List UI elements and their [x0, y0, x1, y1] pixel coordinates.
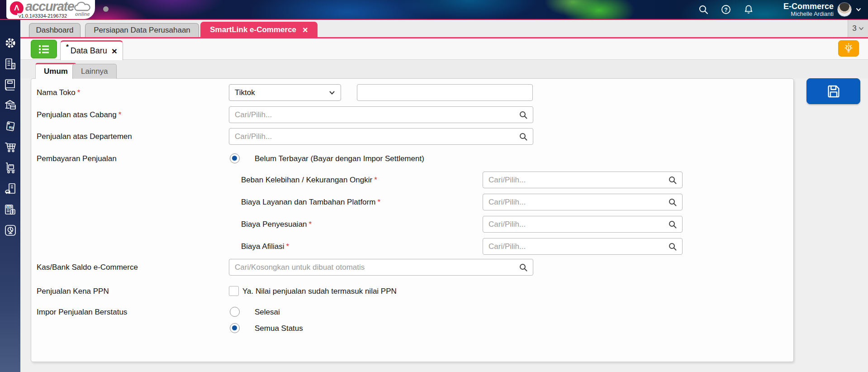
chevron-down-icon: [859, 26, 864, 31]
form-panel: Nama Toko* Tiktok Penjualan atas Cabang*…: [31, 78, 794, 362]
accent-divider: [20, 37, 868, 38]
field-label-impor-status: Impor Penjualan Berstatus: [37, 308, 127, 317]
search-icon[interactable]: [668, 242, 677, 251]
tab-lainnya[interactable]: Lainnya: [72, 64, 117, 79]
cabang-search-input[interactable]: [229, 106, 533, 123]
tab-umum[interactable]: Umum: [35, 63, 76, 79]
settings-icon[interactable]: [4, 36, 17, 50]
doc-tab-data-baru[interactable]: * Data Baru ×: [60, 40, 123, 60]
field-label-biaya-penyesuaian: Biaya Penyesuaian*: [241, 220, 312, 229]
ppn-checkbox[interactable]: [229, 286, 239, 296]
tab-label: Umum: [44, 67, 68, 76]
document-bar: * Data Baru ×: [20, 38, 868, 60]
search-icon[interactable]: [519, 110, 528, 119]
search-icon[interactable]: [668, 176, 677, 185]
close-icon[interactable]: ×: [303, 25, 308, 34]
currency-rp-icon[interactable]: Rp: [4, 119, 17, 133]
fixed-assets-icon[interactable]: [4, 182, 17, 196]
required-mark: *: [77, 88, 81, 97]
biaya-penyesuaian-search-input[interactable]: [483, 216, 683, 233]
field-label-ppn: Penjualan Kena PPN: [37, 287, 109, 296]
save-button[interactable]: [806, 78, 860, 104]
sales-cart-icon[interactable]: [4, 140, 17, 154]
beban-ongkir-search-input[interactable]: [483, 172, 683, 188]
list-view-button[interactable]: [31, 40, 57, 58]
app-window: Λ accurate online v1.0.1#3334-2196732 ? …: [0, 0, 868, 372]
banking-icon[interactable]: [4, 99, 17, 112]
radio-label: Selesai: [255, 308, 280, 317]
brand-wordmark: accurate: [25, 0, 74, 14]
field-label-nama-toko: Nama Toko*: [37, 88, 80, 97]
field-label-biaya-layanan: Biaya Layanan dan Tambahan Platform*: [241, 198, 380, 207]
workspace-name: E-Commerce: [783, 2, 834, 11]
field-label-kas-bank: Kas/Bank Saldo e-Commerce: [37, 263, 138, 272]
svg-text:TAX: TAX: [7, 206, 11, 208]
required-mark: *: [119, 110, 122, 119]
required-mark: *: [374, 176, 377, 184]
company-icon[interactable]: [4, 57, 17, 71]
nama-toko-platform-select[interactable]: Tiktok: [229, 84, 341, 101]
tab-label: Dashboard: [36, 26, 73, 35]
form-tab-strip: Umum Lainnya: [20, 60, 868, 78]
tab-label: Lainnya: [81, 67, 108, 76]
app-version: v1.0.1#3334-2196732: [17, 13, 68, 19]
inventory-trolley-icon[interactable]: [4, 161, 17, 175]
search-icon[interactable]: [668, 220, 677, 229]
tab-label: SmartLink e-Commerce: [210, 25, 296, 34]
save-icon: [826, 84, 841, 99]
hint-button[interactable]: [838, 40, 859, 57]
window-tab-bar: Dashboard Persiapan Data Perusahaan Smar…: [20, 20, 868, 37]
radio-label: Belum Terbayar (Bayar dengan Impor Settl…: [255, 154, 424, 163]
avatar[interactable]: [837, 2, 852, 17]
search-icon[interactable]: [519, 132, 528, 141]
nama-toko-input[interactable]: [357, 84, 533, 101]
tax-icon[interactable]: TAX: [4, 203, 17, 216]
departemen-search-input[interactable]: [229, 128, 533, 145]
field-label-departemen: Penjualan atas Departemen: [37, 132, 132, 141]
tab-persiapan-data-perusahaan[interactable]: Persiapan Data Perusahaan: [85, 23, 199, 37]
field-label-cabang: Penjualan atas Cabang*: [37, 110, 121, 119]
radio-semua-status[interactable]: [230, 323, 240, 333]
unsaved-marker: *: [66, 43, 69, 50]
biaya-afiliasi-search-input[interactable]: [483, 238, 683, 255]
tab-dashboard[interactable]: Dashboard: [29, 23, 81, 37]
close-icon[interactable]: ×: [112, 46, 117, 56]
svg-text:Rp: Rp: [9, 125, 14, 129]
help-icon[interactable]: ?: [720, 4, 732, 15]
tab-label: Persiapan Data Perusahaan: [94, 26, 190, 35]
list-icon: [38, 44, 50, 54]
notifications-icon[interactable]: [743, 4, 754, 15]
ledger-book-icon[interactable]: [4, 78, 17, 91]
field-label-biaya-afiliasi: Biaya Afiliasi*: [241, 242, 289, 251]
search-icon[interactable]: [519, 263, 528, 272]
required-mark: *: [377, 198, 380, 206]
tab-smartlink-ecommerce[interactable]: SmartLink e-Commerce ×: [200, 22, 318, 37]
reports-icon[interactable]: [4, 224, 17, 237]
svg-text:?: ?: [724, 7, 727, 13]
tab-count: 3: [852, 24, 856, 33]
search-icon[interactable]: [697, 4, 709, 15]
radio-selesai[interactable]: [230, 307, 240, 317]
field-label-beban-ongkir: Beban Kelebihan / Kekurangan Ongkir*: [241, 176, 377, 185]
top-banner: Λ accurate online v1.0.1#3334-2196732 ? …: [0, 0, 868, 20]
selected-platform: Tiktok: [235, 88, 255, 97]
sidebar-nav: Rp TAX: [0, 20, 20, 372]
biaya-layanan-search-input[interactable]: [483, 194, 683, 210]
brand-suffix: online: [75, 11, 90, 17]
required-mark: *: [309, 220, 312, 229]
lightbulb-icon: [843, 43, 854, 54]
required-mark: *: [286, 242, 289, 251]
field-label-pembayaran: Pembayaran Penjualan: [37, 154, 117, 163]
ppn-checkbox-label: Ya. Nilai penjualan sudah termasuk nilai…: [242, 287, 397, 296]
doc-tab-label: Data Baru: [71, 46, 107, 56]
user-name: Michelle Ardianti: [783, 11, 834, 17]
search-icon[interactable]: [668, 198, 677, 207]
tab-count-menu[interactable]: 3: [848, 20, 868, 37]
banner-dot: [103, 6, 109, 12]
user-menu[interactable]: E-Commerce Michelle Ardianti: [783, 2, 862, 17]
chevron-down-icon: [855, 6, 862, 13]
radio-label: Semua Status: [255, 324, 303, 333]
chevron-down-icon: [329, 90, 335, 96]
kas-bank-search-input[interactable]: [229, 259, 533, 276]
radio-belum-terbayar[interactable]: [230, 153, 240, 163]
